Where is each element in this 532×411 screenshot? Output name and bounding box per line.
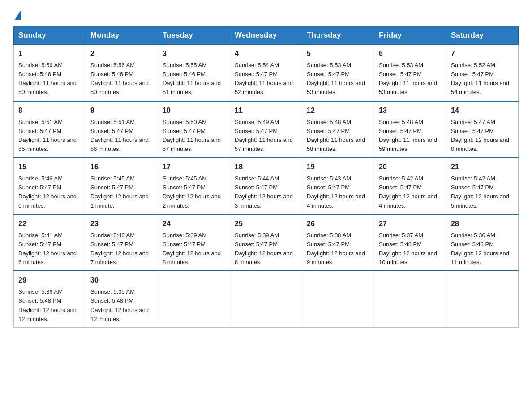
day-info: Sunrise: 5:45 AMSunset: 5:47 PMDaylight:…: [163, 175, 221, 209]
calendar-day-cell: [302, 271, 374, 327]
calendar-day-cell: 2 Sunrise: 5:56 AMSunset: 5:46 PMDayligh…: [86, 45, 158, 101]
day-info: Sunrise: 5:49 AMSunset: 5:47 PMDaylight:…: [235, 119, 293, 152]
day-number: 22: [18, 218, 81, 229]
day-info: Sunrise: 5:54 AMSunset: 5:47 PMDaylight:…: [235, 62, 293, 95]
day-info: Sunrise: 5:40 AMSunset: 5:47 PMDaylight:…: [90, 232, 149, 265]
day-number: 29: [18, 275, 81, 286]
weekday-header-saturday: Saturday: [446, 26, 519, 45]
calendar-day-cell: 3 Sunrise: 5:55 AMSunset: 5:46 PMDayligh…: [158, 45, 230, 101]
day-info: Sunrise: 5:46 AMSunset: 5:47 PMDaylight:…: [18, 175, 77, 209]
day-info: Sunrise: 5:36 AMSunset: 5:48 PMDaylight:…: [18, 288, 77, 322]
calendar-day-cell: [158, 271, 230, 327]
day-info: Sunrise: 5:39 AMSunset: 5:47 PMDaylight:…: [235, 232, 293, 265]
day-number: 25: [235, 218, 297, 229]
weekday-header-tuesday: Tuesday: [158, 26, 230, 45]
calendar-week-row: 29 Sunrise: 5:36 AMSunset: 5:48 PMDaylig…: [14, 271, 519, 327]
day-info: Sunrise: 5:50 AMSunset: 5:47 PMDaylight:…: [163, 119, 221, 152]
weekday-header-sunday: Sunday: [14, 26, 86, 45]
weekday-header-friday: Friday: [374, 26, 446, 45]
calendar-table: SundayMondayTuesdayWednesdayThursdayFrid…: [13, 26, 519, 328]
calendar-day-cell: 27 Sunrise: 5:37 AMSunset: 5:48 PMDaylig…: [374, 214, 446, 271]
calendar-day-cell: 26 Sunrise: 5:38 AMSunset: 5:47 PMDaylig…: [302, 214, 374, 271]
calendar-day-cell: 28 Sunrise: 5:36 AMSunset: 5:48 PMDaylig…: [446, 214, 519, 271]
day-number: 23: [90, 218, 153, 229]
day-info: Sunrise: 5:39 AMSunset: 5:47 PMDaylight:…: [163, 232, 221, 265]
calendar-day-cell: 17 Sunrise: 5:45 AMSunset: 5:47 PMDaylig…: [158, 158, 230, 214]
day-info: Sunrise: 5:37 AMSunset: 5:48 PMDaylight:…: [379, 232, 437, 265]
day-number: 10: [163, 105, 225, 116]
calendar-day-cell: 1 Sunrise: 5:56 AMSunset: 5:46 PMDayligh…: [14, 45, 86, 101]
calendar-day-cell: 12 Sunrise: 5:48 AMSunset: 5:47 PMDaylig…: [302, 101, 374, 158]
day-number: 17: [163, 162, 225, 172]
day-info: Sunrise: 5:52 AMSunset: 5:47 PMDaylight:…: [451, 62, 509, 95]
day-info: Sunrise: 5:35 AMSunset: 5:48 PMDaylight:…: [90, 288, 149, 322]
day-info: Sunrise: 5:42 AMSunset: 5:47 PMDaylight:…: [451, 175, 509, 209]
day-info: Sunrise: 5:56 AMSunset: 5:46 PMDaylight:…: [90, 62, 149, 95]
day-number: 13: [379, 105, 442, 116]
day-number: 8: [18, 105, 81, 116]
calendar-week-row: 1 Sunrise: 5:56 AMSunset: 5:46 PMDayligh…: [14, 45, 519, 101]
calendar-day-cell: 24 Sunrise: 5:39 AMSunset: 5:47 PMDaylig…: [158, 214, 230, 271]
day-number: 30: [90, 275, 153, 286]
day-number: 14: [451, 105, 514, 116]
calendar-day-cell: [374, 271, 446, 327]
day-info: Sunrise: 5:56 AMSunset: 5:46 PMDaylight:…: [18, 62, 77, 95]
day-number: 26: [307, 218, 369, 229]
calendar-day-cell: 15 Sunrise: 5:46 AMSunset: 5:47 PMDaylig…: [14, 158, 86, 214]
day-info: Sunrise: 5:53 AMSunset: 5:47 PMDaylight:…: [379, 62, 437, 95]
calendar-day-cell: 29 Sunrise: 5:36 AMSunset: 5:48 PMDaylig…: [14, 271, 86, 327]
day-number: 21: [451, 162, 514, 172]
calendar-week-row: 8 Sunrise: 5:51 AMSunset: 5:47 PMDayligh…: [14, 101, 519, 158]
calendar-day-cell: 23 Sunrise: 5:40 AMSunset: 5:47 PMDaylig…: [86, 214, 158, 271]
day-number: 28: [451, 218, 514, 229]
day-number: 3: [163, 48, 225, 59]
day-number: 19: [307, 162, 369, 172]
calendar-day-cell: 7 Sunrise: 5:52 AMSunset: 5:47 PMDayligh…: [446, 45, 519, 101]
logo-triangle-icon: [15, 10, 21, 20]
day-info: Sunrise: 5:41 AMSunset: 5:47 PMDaylight:…: [18, 232, 77, 265]
day-number: 27: [379, 218, 442, 229]
calendar-day-cell: 20 Sunrise: 5:42 AMSunset: 5:47 PMDaylig…: [374, 158, 446, 214]
page-header: [13, 9, 519, 18]
calendar-day-cell: 9 Sunrise: 5:51 AMSunset: 5:47 PMDayligh…: [86, 101, 158, 158]
day-info: Sunrise: 5:42 AMSunset: 5:47 PMDaylight:…: [379, 175, 437, 209]
calendar-day-cell: 11 Sunrise: 5:49 AMSunset: 5:47 PMDaylig…: [230, 101, 302, 158]
calendar-day-cell: 13 Sunrise: 5:48 AMSunset: 5:47 PMDaylig…: [374, 101, 446, 158]
calendar-day-cell: 18 Sunrise: 5:44 AMSunset: 5:47 PMDaylig…: [230, 158, 302, 214]
day-number: 20: [379, 162, 442, 172]
calendar-day-cell: [446, 271, 519, 327]
day-info: Sunrise: 5:48 AMSunset: 5:47 PMDaylight:…: [379, 119, 437, 152]
day-number: 7: [451, 48, 514, 59]
calendar-day-cell: 10 Sunrise: 5:50 AMSunset: 5:47 PMDaylig…: [158, 101, 230, 158]
day-number: 5: [307, 48, 369, 59]
day-info: Sunrise: 5:38 AMSunset: 5:47 PMDaylight:…: [307, 232, 365, 265]
logo: [13, 9, 21, 18]
day-number: 1: [18, 48, 81, 59]
day-info: Sunrise: 5:51 AMSunset: 5:47 PMDaylight:…: [90, 119, 149, 152]
calendar-week-row: 15 Sunrise: 5:46 AMSunset: 5:47 PMDaylig…: [14, 158, 519, 214]
day-number: 24: [163, 218, 225, 229]
calendar-day-cell: 6 Sunrise: 5:53 AMSunset: 5:47 PMDayligh…: [374, 45, 446, 101]
day-number: 6: [379, 48, 442, 59]
calendar-day-cell: 16 Sunrise: 5:45 AMSunset: 5:47 PMDaylig…: [86, 158, 158, 214]
calendar-day-cell: 5 Sunrise: 5:53 AMSunset: 5:47 PMDayligh…: [302, 45, 374, 101]
day-info: Sunrise: 5:36 AMSunset: 5:48 PMDaylight:…: [451, 232, 509, 265]
day-number: 18: [235, 162, 297, 172]
calendar-day-cell: [230, 271, 302, 327]
weekday-header-monday: Monday: [86, 26, 158, 45]
calendar-day-cell: 4 Sunrise: 5:54 AMSunset: 5:47 PMDayligh…: [230, 45, 302, 101]
calendar-day-cell: 30 Sunrise: 5:35 AMSunset: 5:48 PMDaylig…: [86, 271, 158, 327]
day-info: Sunrise: 5:53 AMSunset: 5:47 PMDaylight:…: [307, 62, 365, 95]
day-info: Sunrise: 5:44 AMSunset: 5:47 PMDaylight:…: [235, 175, 293, 209]
calendar-day-cell: 25 Sunrise: 5:39 AMSunset: 5:47 PMDaylig…: [230, 214, 302, 271]
day-number: 15: [18, 162, 81, 172]
weekday-header-wednesday: Wednesday: [230, 26, 302, 45]
day-number: 2: [90, 48, 153, 59]
day-info: Sunrise: 5:55 AMSunset: 5:46 PMDaylight:…: [163, 62, 221, 95]
day-info: Sunrise: 5:51 AMSunset: 5:47 PMDaylight:…: [18, 119, 77, 152]
day-info: Sunrise: 5:45 AMSunset: 5:47 PMDaylight:…: [90, 175, 149, 209]
weekday-header-row: SundayMondayTuesdayWednesdayThursdayFrid…: [14, 26, 519, 45]
day-info: Sunrise: 5:47 AMSunset: 5:47 PMDaylight:…: [451, 119, 509, 152]
day-number: 9: [90, 105, 153, 116]
calendar-day-cell: 8 Sunrise: 5:51 AMSunset: 5:47 PMDayligh…: [14, 101, 86, 158]
